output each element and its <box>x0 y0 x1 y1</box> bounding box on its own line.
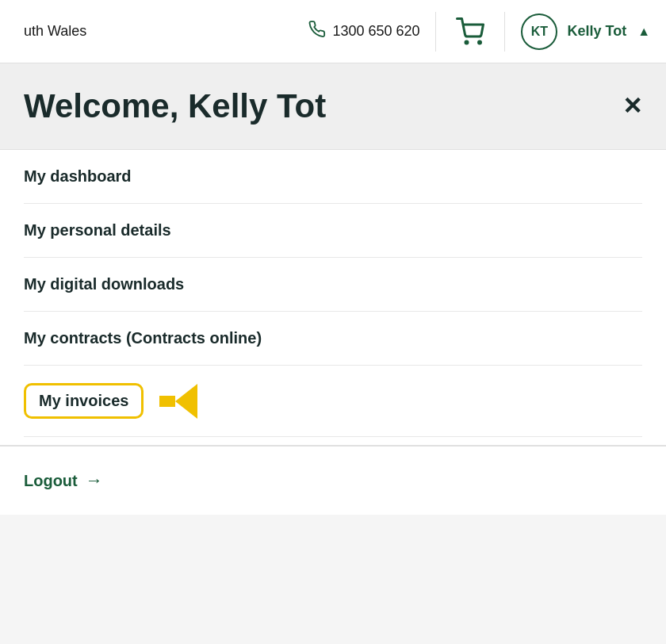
user-avatar: KT <box>521 13 557 50</box>
header-left: uth Wales <box>16 23 86 40</box>
arrow-head <box>175 384 197 419</box>
sidebar-item-my-contracts[interactable]: My contracts (Contracts online) <box>24 312 642 366</box>
logout-button[interactable]: Logout → <box>24 470 642 491</box>
divider-3 <box>504 12 505 52</box>
welcome-section: Welcome, Kelly Tot ✕ <box>0 63 666 150</box>
invoices-highlight-box: My invoices <box>24 383 144 419</box>
divider-2 <box>435 12 436 52</box>
sidebar-item-my-invoices[interactable]: My invoices <box>24 366 642 437</box>
menu-item-label: My personal details <box>24 221 171 239</box>
phone-section: 1300 650 620 <box>308 21 419 42</box>
arrow-body <box>159 396 175 407</box>
cart-button[interactable] <box>452 13 488 50</box>
menu-item-label: My contracts (Contracts online) <box>24 329 262 347</box>
svg-point-1 <box>479 41 481 44</box>
header: uth Wales 1300 650 620 KT Kelly Tot ▲ <box>0 0 666 63</box>
menu-item-label: My dashboard <box>24 167 132 185</box>
welcome-title: Welcome, Kelly Tot <box>24 87 326 125</box>
svg-point-0 <box>465 41 468 44</box>
close-button[interactable]: ✕ <box>622 94 642 118</box>
main-panel: Welcome, Kelly Tot ✕ My dashboard My per… <box>0 63 666 515</box>
bottom-section: Logout → <box>0 445 666 515</box>
arrow-pointer-icon <box>159 384 197 419</box>
cart-icon <box>456 17 484 46</box>
phone-number: 1300 650 620 <box>332 23 419 40</box>
chevron-up-icon: ▲ <box>637 25 650 39</box>
phone-icon <box>308 21 326 42</box>
user-section[interactable]: KT Kelly Tot ▲ <box>521 13 650 50</box>
sidebar-item-my-digital-downloads[interactable]: My digital downloads <box>24 258 642 312</box>
sidebar-item-my-personal-details[interactable]: My personal details <box>24 204 642 258</box>
sidebar-item-my-dashboard[interactable]: My dashboard <box>24 150 642 204</box>
menu-item-label: My digital downloads <box>24 275 184 293</box>
menu-list: My dashboard My personal details My digi… <box>0 150 666 437</box>
location-text: uth Wales <box>24 23 86 40</box>
logout-arrow-icon: → <box>86 470 103 491</box>
user-name: Kelly Tot <box>567 23 626 40</box>
invoices-label: My invoices <box>39 392 128 409</box>
logout-label: Logout <box>24 472 78 490</box>
